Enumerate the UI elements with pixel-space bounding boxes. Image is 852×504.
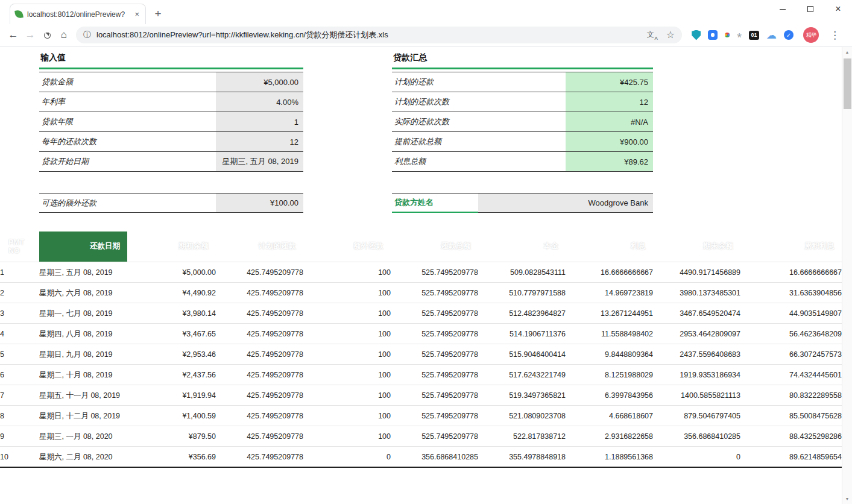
minimize-button[interactable] (769, 0, 797, 18)
input-value: 4.00% (216, 92, 303, 112)
cell-pmt-no: 3 (0, 303, 39, 323)
shield-extension-icon[interactable] (692, 30, 701, 40)
scroll-up-icon[interactable]: ▲ (842, 47, 852, 57)
cell-pmt-no: 5 (0, 344, 39, 364)
badge-extension-icon[interactable]: 01 (749, 31, 759, 40)
schedule-row: 1 星期三, 五月 08, 2019 ¥5,000.00 425.7495209… (0, 262, 842, 282)
input-row: 每年的还款次数 12 (39, 132, 303, 152)
browser-tab[interactable]: localhost:8012/onlinePreview? × (10, 4, 146, 24)
forward-button[interactable]: → (22, 27, 39, 43)
summary-row: 计划的还款次数 12 (392, 92, 653, 112)
cell-interest: 16.6666666667 (566, 262, 653, 282)
cell-begin-balance: ¥3,980.14 (127, 303, 216, 323)
reload-button[interactable] (39, 27, 55, 43)
cell-extra-payment: 100 (303, 405, 391, 426)
cell-principal: 515.9046400414 (478, 344, 566, 364)
forward-icon: → (25, 29, 36, 41)
cell-scheduled-payment: 425.7495209778 (216, 262, 303, 282)
scroll-down-icon[interactable]: ▼ (842, 494, 852, 504)
schedule-header-cell: PMT NO (0, 232, 39, 262)
close-window-icon: × (835, 4, 841, 14)
cell-pmt-no: 4 (0, 323, 39, 344)
cloud-extension-icon[interactable]: ☁ (766, 30, 777, 40)
summary-section: 贷款汇总 计划的还款 ¥425.75 计划的还款次数 12 实际的还款次数 (392, 51, 653, 213)
cell-pmt-no: 10 (0, 446, 39, 467)
cell-principal: 510.7797971588 (478, 282, 566, 303)
cell-begin-balance: ¥3,467.65 (127, 323, 216, 344)
cell-date: 星期六, 二月 08, 2020 (39, 446, 127, 467)
cell-interest: 9.8448809364 (566, 344, 653, 364)
extension-icons: * 01 ☁ ✓ 精华 ⋮ (686, 27, 847, 43)
input-row: 年利率 4.00% (39, 92, 303, 112)
home-button[interactable]: ⌂ (55, 27, 72, 43)
preview-content: 输入值 贷款金额 ¥5,000.00 年利率 4.00% 贷款年限 (0, 47, 842, 504)
ring-extension-icon[interactable] (725, 33, 730, 37)
input-value: ¥5,000.00 (216, 72, 303, 92)
cell-date: 星期三, 五月 08, 2019 (39, 262, 127, 282)
cell-total-payment: 525.7495209778 (391, 323, 478, 344)
schedule-row: 8 星期日, 十二月 08, 2019 ¥1,400.59 425.749520… (0, 405, 842, 426)
input-rows: 贷款金额 ¥5,000.00 年利率 4.00% 贷款年限 1 每年的 (39, 72, 303, 172)
cell-extra-payment: 100 (303, 426, 391, 446)
cell-total-payment: 525.7495209778 (391, 426, 478, 446)
input-value: 1 (216, 112, 303, 131)
cell-date: 星期日, 十二月 08, 2019 (39, 405, 127, 426)
summary-label: 计划的还款 (392, 72, 566, 92)
back-button[interactable]: ← (5, 27, 22, 43)
bookmark-star-icon[interactable]: ☆ (666, 30, 675, 40)
summary-value: 12 (566, 92, 653, 112)
cell-pmt-no: 7 (0, 385, 39, 405)
cell-principal: 509.0828543111 (478, 262, 566, 282)
cell-extra-payment: 100 (303, 385, 391, 405)
cell-cumulative-interest: 89.6214859654 (740, 446, 842, 467)
url-text[interactable]: localhost:8012/onlinePreview?url=http://… (96, 30, 641, 40)
page-info-icon[interactable]: ⓘ (83, 30, 91, 40)
schedule-header-cell: 期初余额 (127, 232, 216, 262)
address-bar[interactable]: ⓘ localhost:8012/onlinePreview?url=http:… (76, 27, 682, 43)
cell-extra-payment: 100 (303, 323, 391, 344)
summary-value: #N/A (566, 112, 653, 131)
profile-avatar[interactable]: 精华 (803, 27, 819, 43)
cell-pmt-no: 6 (0, 364, 39, 385)
cell-end-balance: 2437.5596408683 (653, 344, 740, 364)
cell-cumulative-interest: 66.3072457573 (740, 344, 842, 364)
scrollbar-thumb[interactable] (844, 58, 851, 109)
cell-begin-balance: ¥2,437.56 (127, 364, 216, 385)
tab-close-icon[interactable]: × (133, 10, 140, 19)
lender-label: 贷款方姓名 (392, 194, 478, 213)
cell-extra-payment: 100 (303, 364, 391, 385)
browser-menu-icon[interactable]: ⋮ (826, 29, 844, 42)
translate-icon[interactable]: 文 A (647, 30, 658, 40)
summary-label: 实际的还款次数 (392, 112, 566, 131)
summary-label: 利息总额 (392, 152, 566, 171)
input-row: 贷款年限 1 (39, 112, 303, 132)
schedule-row: 3 星期一, 七月 08, 2019 ¥3,980.14 425.7495209… (0, 303, 842, 323)
minimize-icon (780, 9, 786, 10)
input-row: 贷款开始日期 星期三, 五月 08, 2019 (39, 152, 303, 172)
cell-date: 星期日, 九月 08, 2019 (39, 344, 127, 364)
input-row: 贷款金额 ¥5,000.00 (39, 72, 303, 92)
cell-cumulative-interest: 56.4623648209 (740, 323, 842, 344)
schedule-row: 6 星期二, 十月 08, 2019 ¥2,437.56 425.7495209… (0, 364, 842, 385)
schedule-body: 1 星期三, 五月 08, 2019 ¥5,000.00 425.7495209… (0, 262, 842, 467)
schedule-header-cell: 额外还款 (303, 232, 391, 262)
cell-begin-balance: ¥1,919.94 (127, 385, 216, 405)
cell-date: 星期五, 十一月 08, 2019 (39, 385, 127, 405)
input-value: 星期三, 五月 08, 2019 (216, 152, 303, 171)
input-label: 贷款开始日期 (39, 152, 216, 171)
vertical-scrollbar[interactable]: ▲ ▼ (842, 47, 852, 504)
input-label: 年利率 (39, 92, 216, 112)
gray-extension-icon[interactable]: * (737, 34, 742, 40)
cell-interest: 6.3997843956 (566, 385, 653, 405)
close-window-button[interactable]: × (824, 0, 852, 18)
cell-end-balance: 1400.5855821113 (653, 385, 740, 405)
cell-total-payment: 525.7495209778 (391, 405, 478, 426)
blue-extension-icon[interactable] (708, 30, 718, 40)
cell-end-balance: 1919.9353186934 (653, 364, 740, 385)
cell-pmt-no: 8 (0, 405, 39, 426)
new-tab-button[interactable]: + (150, 5, 166, 22)
maximize-button[interactable] (797, 0, 824, 18)
cell-date: 星期四, 八月 08, 2019 (39, 323, 127, 344)
check-extension-icon[interactable]: ✓ (784, 30, 794, 40)
input-label: 每年的还款次数 (39, 132, 216, 151)
